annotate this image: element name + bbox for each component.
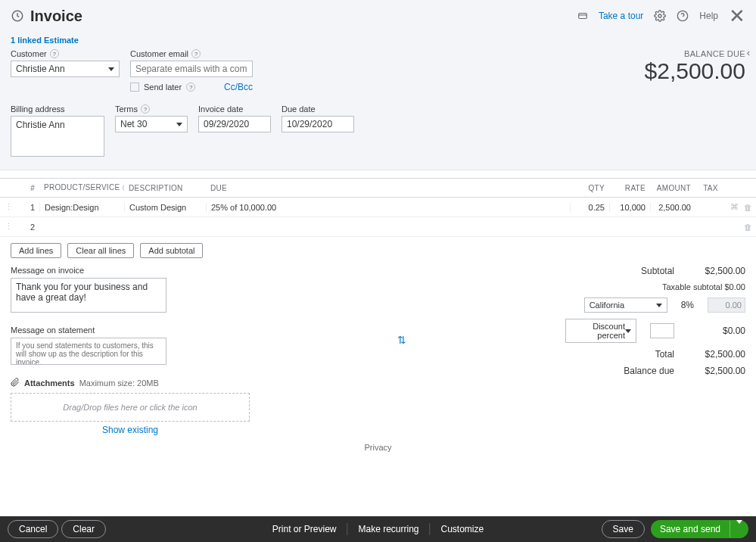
print-preview-button[interactable]: Print or Preview — [262, 524, 347, 534]
send-later-label: Send later — [144, 83, 182, 92]
discount-value: $0.00 — [688, 326, 745, 336]
attachments-max: Maximum size: 20MB — [79, 378, 159, 388]
drag-handle-icon[interactable]: ⋮⋮ — [0, 222, 17, 232]
save-and-send-button[interactable]: Save and send — [651, 521, 730, 537]
customer-email-input[interactable] — [130, 61, 253, 77]
due-date-label: Due date — [282, 104, 354, 114]
due-date-input[interactable] — [282, 116, 354, 132]
ccbcc-link[interactable]: Cc/Bcc — [224, 82, 253, 92]
total-value: $2,500.00 — [688, 349, 745, 360]
help-link[interactable]: Help — [699, 11, 718, 21]
gear-icon[interactable] — [654, 10, 666, 22]
help-icon[interactable]: ? — [186, 83, 195, 92]
help-icon[interactable]: ? — [191, 49, 201, 58]
taxable-subtotal-label: Taxable subtotal $0.00 — [662, 282, 745, 291]
invoice-icon — [11, 9, 24, 23]
customer-label: Customer? — [11, 49, 120, 58]
invoice-date-input[interactable] — [198, 116, 271, 132]
customize-button[interactable]: Customize — [431, 524, 495, 534]
attachments-dropzone[interactable]: Drag/Drop files here or click the icon — [11, 393, 250, 422]
page-title: Invoice — [30, 8, 82, 25]
drag-handle-icon[interactable]: ⋮⋮ — [0, 202, 17, 212]
col-description: DESCRIPTION — [124, 184, 206, 192]
col-qty: QTY — [570, 184, 609, 192]
msg-invoice-label: Message on invoice — [11, 266, 268, 275]
link-icon[interactable]: ⌘ — [726, 202, 739, 212]
close-icon[interactable]: ✕ — [729, 6, 745, 26]
save-button[interactable]: Save — [602, 520, 645, 538]
balance-due-amount: $2,500.00 — [645, 58, 745, 84]
tax-amount: 0.00 — [708, 297, 745, 313]
tax-state-select[interactable]: California — [584, 297, 667, 313]
attachments-label: Attachments — [24, 378, 75, 388]
invoice-date-label: Invoice date — [198, 104, 271, 114]
chevron-down-icon — [656, 304, 662, 307]
balance-due-label: Balance due — [624, 366, 674, 376]
privacy-link[interactable]: Privacy — [0, 443, 756, 452]
tour-icon[interactable] — [577, 11, 588, 21]
chevron-down-icon — [108, 67, 114, 71]
make-recurring-button[interactable]: Make recurring — [347, 524, 429, 534]
chevron-down-icon — [625, 329, 631, 333]
save-and-send-dropdown[interactable] — [730, 521, 748, 537]
col-num: # — [17, 184, 39, 192]
discount-input[interactable] — [650, 323, 674, 338]
table-row[interactable]: ⋮⋮ 2 🗑 — [0, 217, 756, 237]
table-row[interactable]: ⋮⋮ 1 Design:Design Custom Design 25% of … — [0, 198, 756, 217]
msg-statement-label: Message on statement — [11, 326, 268, 335]
help-icon[interactable]: ? — [50, 49, 59, 58]
msg-statement-input[interactable] — [11, 338, 166, 365]
email-label: Customer email? — [130, 49, 253, 58]
col-product: PRODUCT/SERVICE ? — [39, 183, 124, 193]
cancel-button[interactable]: Cancel — [8, 520, 58, 538]
customer-select[interactable]: Christie Ann — [11, 61, 120, 77]
col-tax: TAX — [695, 184, 726, 192]
svg-point-2 — [658, 14, 661, 17]
svg-rect-1 — [579, 14, 587, 19]
total-label: Total — [655, 349, 674, 360]
collapse-panel-icon[interactable]: ‹ — [747, 47, 750, 58]
tax-percent: 8% — [681, 300, 694, 310]
take-tour-link[interactable]: Take a tour — [599, 11, 643, 21]
clear-lines-button[interactable]: Clear all lines — [67, 243, 134, 258]
send-later-checkbox[interactable] — [130, 83, 139, 92]
paperclip-icon — [11, 378, 20, 388]
billing-label: Billing address — [11, 104, 104, 114]
subtotal-value: $2,500.00 — [688, 266, 745, 276]
show-existing-link[interactable]: Show existing — [102, 425, 158, 435]
col-rate: RATE — [609, 184, 650, 192]
add-lines-button[interactable]: Add lines — [11, 243, 61, 258]
terms-label: Terms? — [115, 104, 188, 114]
linked-estimate-link[interactable]: 1 linked Estimate — [11, 36, 79, 45]
swap-icon[interactable]: ⇅ — [397, 334, 406, 346]
help-icon[interactable]: ? — [141, 104, 150, 114]
billing-address-input[interactable]: Christie Ann — [11, 116, 104, 157]
chevron-down-icon — [176, 123, 182, 126]
balance-due-label: BALANCE DUE — [645, 49, 745, 58]
discount-type-select[interactable]: Discount percent — [565, 319, 636, 343]
balance-due-value: $2,500.00 — [688, 366, 745, 376]
terms-select[interactable]: Net 30 — [115, 116, 188, 132]
add-subtotal-button[interactable]: Add subtotal — [140, 243, 203, 258]
subtotal-label: Subtotal — [641, 266, 674, 276]
delete-row-icon[interactable]: 🗑 — [739, 203, 756, 212]
col-amount: AMOUNT — [650, 184, 695, 192]
delete-row-icon[interactable]: 🗑 — [739, 223, 756, 232]
col-due: DUE — [206, 184, 570, 192]
msg-invoice-input[interactable]: Thank you for your business and have a g… — [11, 278, 166, 313]
help-icon[interactable] — [677, 10, 689, 22]
clear-button[interactable]: Clear — [61, 520, 106, 538]
